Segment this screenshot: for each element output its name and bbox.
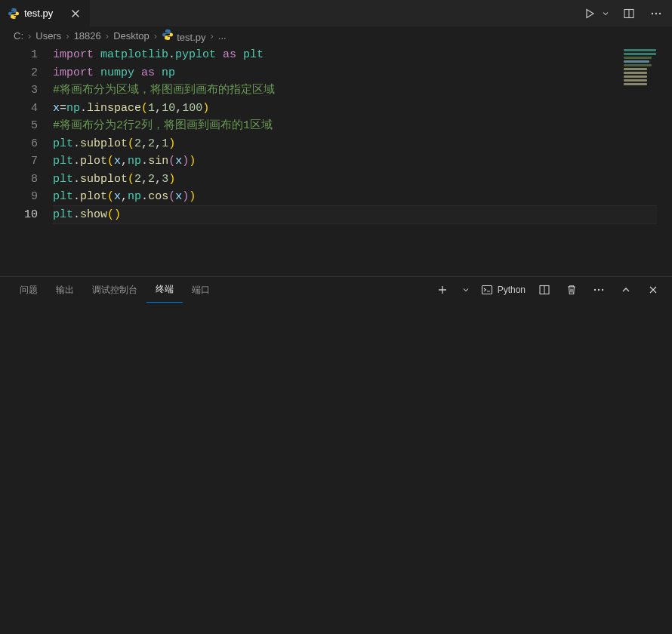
new-terminal-dropdown-icon[interactable] xyxy=(461,282,470,298)
python-file-icon xyxy=(8,8,20,20)
line-number: 6 xyxy=(0,135,38,153)
line-number: 8 xyxy=(0,171,38,189)
svg-point-2 xyxy=(652,12,653,14)
line-number: 2 xyxy=(0,64,38,82)
chevron-right-icon: › xyxy=(63,30,72,42)
split-terminal-icon[interactable] xyxy=(536,282,553,298)
line-number: 7 xyxy=(0,152,38,171)
editor-actions xyxy=(574,0,672,26)
panel-tab-bar: 问题 输出 调试控制台 终端 端口 Python xyxy=(0,277,672,303)
maximize-panel-icon[interactable] xyxy=(618,282,634,298)
line-number: 5 xyxy=(0,117,38,135)
breadcrumb-file-label: test.py xyxy=(177,32,205,43)
panel-actions: Python xyxy=(434,282,661,298)
breadcrumb-file[interactable]: test.py xyxy=(162,29,205,43)
panel-tab-terminal[interactable]: 终端 xyxy=(146,277,183,303)
panel-tab-problems[interactable]: 问题 xyxy=(11,277,47,303)
terminal-profile-selector[interactable]: Python xyxy=(481,284,526,296)
code-line[interactable]: plt.plot(x,np.sin(x)) xyxy=(53,152,657,171)
tab-bar: test.py xyxy=(0,0,672,26)
run-icon[interactable] xyxy=(581,5,598,22)
panel-tabs-left: 问题 输出 调试控制台 终端 端口 xyxy=(11,277,219,303)
split-editor-icon[interactable] xyxy=(621,5,637,22)
panel-tab-debug-console[interactable]: 调试控制台 xyxy=(83,277,146,303)
run-dropdown-icon[interactable] xyxy=(601,5,610,22)
tab-test-py[interactable]: test.py xyxy=(0,0,91,26)
svg-point-3 xyxy=(655,12,657,14)
svg-rect-5 xyxy=(482,286,492,294)
tab-label: test.py xyxy=(24,8,53,19)
line-number: 3 xyxy=(0,82,38,100)
line-number: 9 xyxy=(0,188,38,206)
run-button-group[interactable] xyxy=(581,5,610,22)
terminal-profile-label: Python xyxy=(498,285,526,295)
breadcrumb-part[interactable]: Users xyxy=(35,30,61,42)
svg-point-4 xyxy=(659,12,661,14)
breadcrumb-part[interactable]: 18826 xyxy=(74,30,101,42)
panel-tab-output[interactable]: 输出 xyxy=(47,277,83,303)
close-panel-icon[interactable] xyxy=(645,282,661,298)
code-line[interactable]: plt.show() xyxy=(53,205,657,225)
chevron-right-icon: › xyxy=(25,30,34,42)
breadcrumb-part[interactable]: Desktop xyxy=(113,30,150,42)
code-line[interactable]: import numpy as np xyxy=(53,64,657,82)
editor-window: test.py C: › xyxy=(0,0,672,634)
more-actions-icon[interactable] xyxy=(648,5,664,22)
code-line[interactable]: import matplotlib.pyplot as plt xyxy=(53,46,657,64)
breadcrumb[interactable]: C: › Users › 18826 › Desktop › test.py ›… xyxy=(0,26,672,45)
code-line[interactable]: plt.plot(x,np.cos(x)) xyxy=(53,188,657,206)
terminal-body[interactable] xyxy=(0,303,672,634)
code-line[interactable]: #将画布分为2行2列，将图画到画布的1区域 xyxy=(53,117,657,135)
code-area[interactable]: import matplotlib.pyplot as pltimport nu… xyxy=(53,46,672,223)
line-number: 4 xyxy=(0,100,38,118)
python-file-icon xyxy=(162,29,174,41)
bottom-panel: 问题 输出 调试控制台 终端 端口 Python xyxy=(0,276,672,634)
svg-point-8 xyxy=(594,289,596,291)
code-line[interactable]: plt.subplot(2,2,3) xyxy=(53,171,657,189)
chevron-right-icon: › xyxy=(207,30,216,42)
chevron-right-icon: › xyxy=(151,30,160,42)
panel-tab-ports[interactable]: 端口 xyxy=(183,277,219,303)
breadcrumb-symbol[interactable]: ... xyxy=(218,30,227,42)
kill-terminal-icon[interactable] xyxy=(563,282,580,298)
code-line[interactable]: #将画布分为区域，将图画到画布的指定区域 xyxy=(53,82,657,100)
line-number: 10 xyxy=(0,206,38,224)
code-editor[interactable]: 12345678910 import matplotlib.pyplot as … xyxy=(0,45,672,223)
new-terminal-icon[interactable] xyxy=(434,282,451,298)
code-line[interactable]: plt.subplot(2,2,1) xyxy=(53,135,657,153)
tabs-container: test.py xyxy=(0,0,91,26)
panel-more-icon[interactable] xyxy=(590,282,607,298)
svg-point-9 xyxy=(598,289,600,291)
code-line[interactable]: x=np.linspace(1,10,100) xyxy=(53,100,657,118)
line-number-gutter: 12345678910 xyxy=(0,46,53,223)
chevron-right-icon: › xyxy=(103,30,112,42)
tab-close-icon[interactable] xyxy=(69,7,82,20)
svg-point-10 xyxy=(602,289,603,291)
line-number: 1 xyxy=(0,46,38,64)
breadcrumb-part[interactable]: C: xyxy=(14,30,23,42)
